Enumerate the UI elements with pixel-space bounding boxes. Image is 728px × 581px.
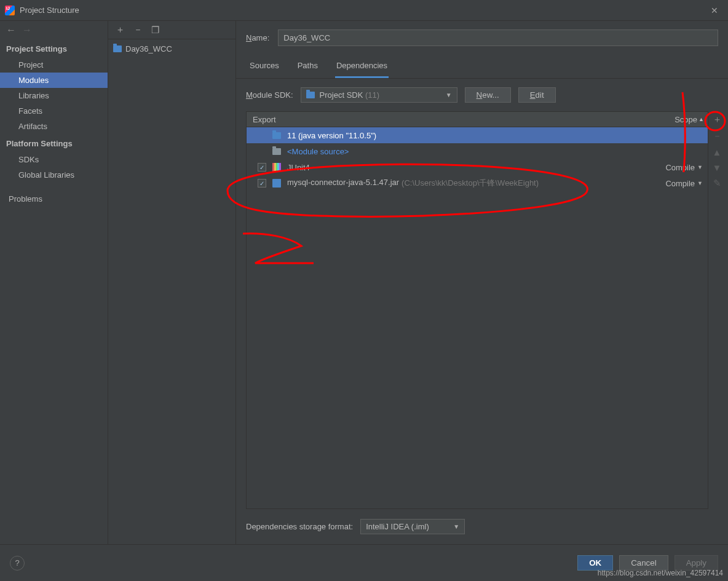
module-panel: ＋ － ❐ Day36_WCC bbox=[108, 21, 236, 544]
help-icon[interactable]: ? bbox=[10, 556, 25, 571]
copy-module-icon[interactable]: ❐ bbox=[151, 25, 159, 36]
move-up-icon[interactable]: ▲ bbox=[711, 147, 723, 157]
title-bar: Project Structure ✕ bbox=[0, 0, 728, 21]
chevron-down-icon: ▼ bbox=[453, 523, 459, 530]
close-icon[interactable]: ✕ bbox=[706, 3, 723, 18]
sidebar-item-libraries[interactable]: Libraries bbox=[0, 88, 108, 103]
content-panel: Name: Sources Paths Dependencies Module … bbox=[236, 21, 728, 544]
module-tabs: Sources Paths Dependencies bbox=[236, 52, 728, 79]
tab-dependencies[interactable]: Dependencies bbox=[335, 57, 389, 78]
dep-row-mysql-connector[interactable]: mysql-connector-java-5.1.47.jar (C:\User… bbox=[247, 175, 708, 191]
module-name-field[interactable] bbox=[278, 30, 718, 46]
add-dep-icon[interactable]: ＋ bbox=[711, 114, 723, 125]
edit-dep-icon[interactable]: ✎ bbox=[711, 178, 723, 189]
remove-module-icon[interactable]: － bbox=[133, 24, 143, 36]
chevron-down-icon: ▼ bbox=[446, 92, 452, 98]
module-sdk-combo[interactable]: Project SDK (11) ▼ bbox=[301, 87, 457, 103]
settings-sidebar: ← → Project Settings Project Modules Lib… bbox=[0, 21, 108, 544]
tab-paths[interactable]: Paths bbox=[296, 57, 319, 78]
dep-side-toolbar: ＋ － ▲ ▼ ✎ bbox=[708, 111, 726, 509]
table-header: Export Scope▲ bbox=[247, 112, 708, 127]
module-node[interactable]: Day36_WCC bbox=[108, 42, 235, 56]
nav-forward-icon[interactable]: → bbox=[22, 25, 32, 36]
sidebar-item-project[interactable]: Project bbox=[0, 57, 108, 73]
sidebar-item-problems[interactable]: Problems bbox=[0, 191, 108, 207]
dep-row-junit4[interactable]: JUnit4 Compile▼ bbox=[247, 159, 708, 175]
sidebar-item-global-libraries[interactable]: Global Libraries bbox=[0, 167, 108, 183]
window-title: Project Structure bbox=[20, 6, 79, 15]
move-down-icon[interactable]: ▼ bbox=[711, 162, 723, 173]
dep-row-module-source[interactable]: <Module source> bbox=[247, 143, 708, 159]
storage-format-label: Dependencies storage format: bbox=[246, 522, 353, 531]
sidebar-item-facets[interactable]: Facets bbox=[0, 103, 108, 119]
sidebar-item-modules[interactable]: Modules bbox=[0, 73, 108, 88]
section-header-project: Project Settings bbox=[0, 39, 108, 57]
apply-button[interactable]: Apply bbox=[675, 555, 718, 571]
tab-sources[interactable]: Sources bbox=[248, 57, 280, 78]
sdk-icon bbox=[272, 132, 281, 139]
add-module-icon[interactable]: ＋ bbox=[116, 24, 125, 36]
sdk-folder-icon bbox=[306, 92, 315, 98]
dialog-footer: ? OK Cancel Apply bbox=[0, 544, 728, 581]
nav-back-icon[interactable]: ← bbox=[6, 25, 16, 36]
module-name: Day36_WCC bbox=[125, 44, 172, 53]
export-checkbox[interactable] bbox=[258, 179, 266, 188]
dep-row-sdk[interactable]: 11 (java version "11.0.5") bbox=[247, 127, 708, 143]
scope-cell[interactable]: Compile▼ bbox=[659, 179, 708, 188]
sdk-new-button[interactable]: New... bbox=[465, 87, 511, 103]
storage-format-combo[interactable]: IntelliJ IDEA (.iml) ▼ bbox=[360, 519, 465, 534]
dependencies-table: Export Scope▲ 11 (java version "11.0.5")… bbox=[246, 111, 708, 509]
section-header-platform: Platform Settings bbox=[0, 134, 108, 152]
scope-header[interactable]: Scope▲ bbox=[659, 115, 708, 124]
sdk-edit-button[interactable]: Edit bbox=[518, 87, 556, 103]
folder-icon bbox=[272, 148, 281, 155]
export-checkbox[interactable] bbox=[258, 163, 266, 172]
name-label: Name: bbox=[246, 33, 269, 42]
library-icon bbox=[272, 163, 281, 172]
sidebar-item-sdks[interactable]: SDKs bbox=[0, 152, 108, 167]
cancel-button[interactable]: Cancel bbox=[619, 555, 668, 571]
jar-icon bbox=[272, 179, 281, 188]
ok-button[interactable]: OK bbox=[577, 555, 613, 571]
app-logo-icon bbox=[5, 6, 15, 15]
scope-cell[interactable]: Compile▼ bbox=[659, 163, 708, 172]
remove-dep-icon[interactable]: － bbox=[711, 130, 723, 142]
sidebar-item-artifacts[interactable]: Artifacts bbox=[0, 119, 108, 134]
module-sdk-label: Module SDK: bbox=[246, 90, 293, 100]
module-folder-icon bbox=[113, 45, 122, 52]
export-header[interactable]: Export bbox=[247, 115, 659, 124]
